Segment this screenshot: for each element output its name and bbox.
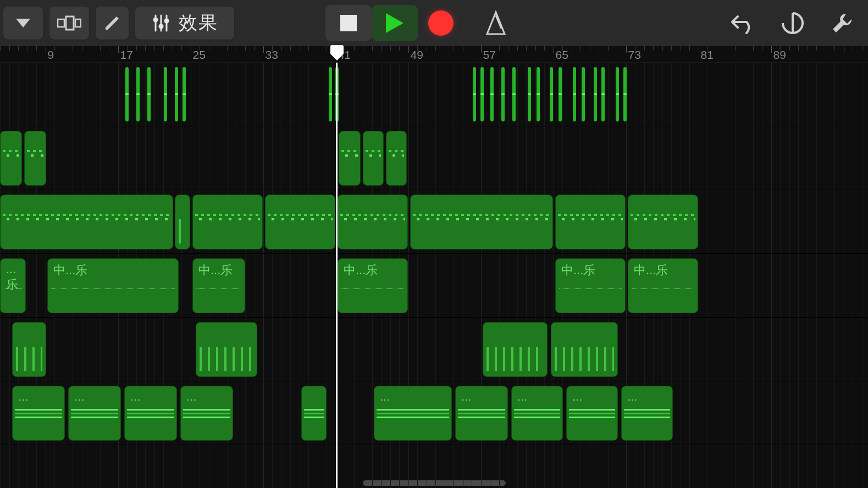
region-label: ...	[380, 390, 390, 404]
track-lane[interactable]: ...乐中...乐中...乐中...乐中...乐中...乐	[0, 254, 868, 318]
midi-region[interactable]: ...	[511, 386, 563, 441]
midi-region[interactable]	[164, 67, 167, 121]
midi-region[interactable]	[473, 67, 476, 121]
midi-region[interactable]	[623, 67, 627, 121]
midi-region[interactable]: ...	[68, 386, 121, 441]
midi-region[interactable]	[363, 131, 384, 186]
midi-region[interactable]	[329, 67, 332, 121]
track-lane[interactable]	[0, 190, 868, 254]
midi-region[interactable]	[528, 67, 531, 121]
play-button[interactable]	[372, 5, 418, 41]
midi-region[interactable]	[410, 195, 553, 249]
midi-region[interactable]: ...	[180, 386, 233, 441]
midi-region[interactable]	[559, 67, 562, 121]
midi-region[interactable]	[339, 131, 361, 186]
svg-rect-2	[66, 16, 74, 30]
midi-region[interactable]	[265, 195, 335, 249]
midi-region[interactable]	[601, 67, 605, 121]
midi-region[interactable]	[183, 67, 186, 121]
midi-region[interactable]: 中...乐	[47, 258, 179, 313]
track-lane[interactable]	[0, 318, 868, 381]
midi-region[interactable]: 中...乐	[338, 258, 408, 313]
midi-region[interactable]: ...	[621, 386, 673, 441]
svg-marker-11	[386, 13, 403, 33]
midi-region[interactable]: 中...乐	[555, 258, 626, 313]
midi-region[interactable]	[480, 67, 484, 121]
midi-region[interactable]	[24, 131, 46, 186]
track-lane[interactable]	[0, 63, 868, 126]
ruler-bar-label: 73	[628, 48, 641, 62]
midi-region[interactable]	[12, 322, 46, 377]
midi-region[interactable]	[573, 67, 576, 121]
midi-region[interactable]: ...乐	[0, 258, 26, 313]
ruler-bar-label: 25	[193, 48, 206, 62]
midi-region[interactable]	[335, 67, 339, 121]
midi-region[interactable]	[501, 67, 505, 121]
midi-region[interactable]	[125, 67, 129, 121]
timeline-ruler[interactable]: 917253341495773818965	[0, 46, 868, 63]
midi-region[interactable]: ...	[124, 386, 177, 441]
midi-region[interactable]	[582, 67, 585, 121]
midi-region[interactable]	[551, 322, 618, 377]
midi-region[interactable]: ...	[374, 386, 452, 441]
midi-region[interactable]	[628, 195, 698, 249]
midi-region[interactable]	[136, 67, 140, 121]
midi-region[interactable]: 中...乐	[628, 258, 698, 313]
transport-controls	[325, 5, 512, 41]
ruler-bar-label: 89	[773, 48, 786, 62]
loop-button[interactable]	[778, 8, 808, 38]
midi-region[interactable]	[175, 195, 190, 249]
ruler-bar-label: 33	[266, 48, 278, 62]
midi-region[interactable]	[338, 195, 408, 249]
svg-rect-10	[340, 15, 357, 31]
svg-rect-3	[75, 19, 81, 27]
midi-region[interactable]	[0, 131, 22, 186]
metronome-button[interactable]	[479, 7, 512, 40]
svg-marker-0	[16, 19, 30, 27]
midi-region[interactable]	[537, 67, 540, 121]
region-label: ...	[627, 390, 637, 404]
track-lane[interactable]: ...........................	[0, 381, 868, 445]
midi-region[interactable]	[386, 131, 407, 186]
region-label: ...	[461, 390, 471, 404]
midi-region[interactable]: ...	[455, 386, 508, 441]
midi-region[interactable]	[147, 67, 151, 121]
midi-region[interactable]	[555, 195, 626, 249]
midi-region[interactable]: ...	[12, 386, 65, 441]
settings-wrench-button[interactable]	[827, 8, 857, 38]
sliders-icon	[151, 13, 171, 33]
mixer-effects-button[interactable]: 效果	[135, 7, 234, 40]
region-select-button[interactable]	[49, 7, 89, 40]
undo-button[interactable]	[728, 8, 758, 38]
track-lane[interactable]	[0, 126, 868, 190]
song-menu-button[interactable]	[3, 7, 43, 40]
region-label: ...	[74, 390, 84, 404]
ruler-bar-label: 17	[120, 48, 133, 62]
midi-region[interactable]	[616, 67, 619, 121]
region-label: ...	[517, 390, 527, 404]
playhead-handle[interactable]	[329, 45, 345, 62]
region-label: 中...乐	[198, 262, 233, 279]
midi-region[interactable]	[175, 67, 178, 121]
region-label: ...	[18, 390, 28, 404]
midi-region[interactable]	[0, 195, 173, 249]
midi-region[interactable]	[192, 195, 263, 249]
pencil-tool-button[interactable]	[96, 7, 129, 40]
midi-region[interactable]	[483, 322, 548, 377]
midi-region[interactable]: ...	[566, 386, 618, 441]
right-tools	[728, 8, 868, 38]
region-label: ...	[186, 390, 196, 404]
timeline[interactable]: ...乐中...乐中...乐中...乐中...乐中...乐...........…	[0, 63, 868, 488]
stop-button[interactable]	[325, 5, 372, 41]
midi-region[interactable]	[512, 67, 516, 121]
midi-region[interactable]: 中...乐	[192, 258, 245, 313]
midi-region[interactable]	[550, 67, 553, 121]
midi-region[interactable]	[490, 67, 494, 121]
horizontal-scrollbar[interactable]	[363, 480, 506, 486]
region-label: 中...乐	[53, 262, 87, 279]
record-button[interactable]	[418, 5, 464, 41]
midi-region[interactable]	[196, 322, 257, 377]
midi-region[interactable]	[594, 67, 597, 121]
svg-point-5	[154, 18, 157, 21]
midi-region[interactable]	[301, 386, 327, 441]
